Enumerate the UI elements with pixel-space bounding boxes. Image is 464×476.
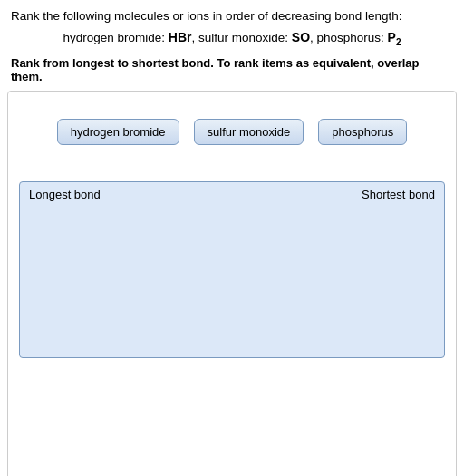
top-instruction: Rank the following molecules or ions in … (0, 0, 464, 26)
molecule-btn-so[interactable]: sulfur monoxide (194, 119, 304, 145)
shortest-bond-label: Shortest bond (362, 188, 435, 201)
formula-so: SO (292, 30, 310, 44)
rank-zone-body[interactable] (20, 201, 444, 346)
draggable-items-area: hydrogen bromide sulfur monoxide phospho… (15, 101, 449, 181)
bold-instruction: Rank from longest to shortest bond. To r… (0, 51, 464, 91)
molecule-line: hydrogen bromide: HBr, sulfur monoxide: … (0, 26, 464, 51)
main-box: hydrogen bromide sulfur monoxide phospho… (7, 91, 457, 476)
rank-zone: Longest bond Shortest bond (19, 181, 445, 358)
rank-zone-header: Longest bond Shortest bond (20, 182, 444, 201)
molecule-btn-p2[interactable]: phosphorus (318, 119, 407, 145)
molecule-btn-hbr[interactable]: hydrogen bromide (57, 119, 179, 145)
longest-bond-label: Longest bond (29, 188, 101, 201)
prefix-hbr: hydrogen bromide: (63, 31, 168, 44)
prefix-so: , sulfur monoxide: (191, 31, 291, 44)
prefix-p2: , phosphorus: (310, 31, 388, 44)
instruction-text: Rank the following molecules or ions in … (11, 9, 402, 23)
formula-hbr: HBr (169, 30, 192, 44)
formula-p2: P2 (388, 30, 401, 44)
